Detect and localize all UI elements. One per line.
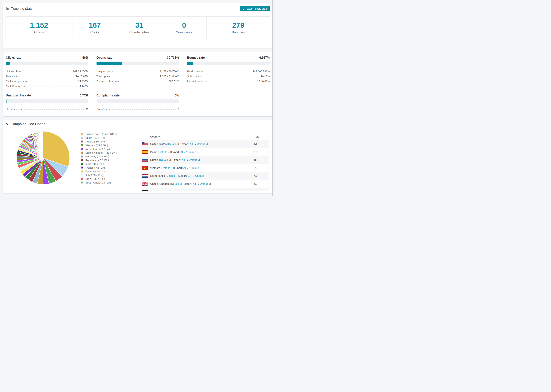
legend-swatch (81, 159, 83, 161)
rate-stat-label: Total clicks (6, 75, 19, 78)
legend-item-canada[interactable]: Canada ( 40 / 2% ) (81, 169, 117, 173)
pie-legend: United States ( 541 / 31% )Spain ( 121 /… (81, 132, 117, 184)
geo-title: Campaign Geo Opens (11, 122, 45, 126)
rate-stat-value: 18 / 0% (261, 75, 270, 78)
total-value: 121 (254, 151, 269, 154)
export-unique-link-russia[interactable]: Unique › (189, 158, 199, 161)
details-link-russia[interactable]: Details › (160, 158, 170, 161)
table-row-germany: Germany [Details ›] [Export: All › / Uni… (141, 188, 269, 191)
dotted-leader (28, 87, 78, 87)
page-title: Tracking stats (11, 7, 33, 11)
details-link-germany[interactable]: Details › (163, 190, 173, 191)
table-row-netherlands: Netherlands [Details ›] [Export: All › /… (141, 172, 269, 180)
legend-label: Germany ( 55 / 3% ) (85, 155, 109, 158)
export-unique-link-germany[interactable]: Unique › (192, 190, 202, 191)
table-row-united-states: United States [Details ›] [Export: All ›… (141, 140, 269, 148)
legend-item-netherlands[interactable]: Netherlands ( 67 / 4% ) (81, 147, 117, 151)
stat-box-complaints: 0Complaints (162, 17, 206, 39)
rate-title: Opens rate (97, 56, 113, 60)
legend-item-india[interactable]: India ( 46 / 3% ) (81, 162, 117, 166)
dotted-leader (114, 72, 159, 72)
legend-item-south-africa[interactable]: South Africa ( 29 / 2% ) (81, 181, 117, 184)
dotted-leader (23, 109, 84, 110)
rate-value: 0% (175, 94, 179, 97)
export-unique-link-united-kingdom[interactable]: Unique › (200, 182, 210, 185)
legend-item-italy[interactable]: Italy ( 36 / 2% ) (81, 173, 117, 177)
dotted-leader (205, 72, 252, 72)
rate-stat-label: Opens to clicks rate (97, 80, 120, 83)
export-all-link-united-kingdom[interactable]: All › (193, 182, 198, 185)
export-icon (243, 7, 245, 10)
column-header-country: Country (150, 135, 254, 138)
legend-item-spain[interactable]: Spain ( 121 / 7% ) (81, 136, 117, 140)
rate-value: 0.77% (80, 94, 88, 97)
progress-bar (97, 99, 179, 103)
rate-stat-label: Hard bounces (187, 70, 204, 73)
legend-item-romania[interactable]: Romania ( 49 / 3% ) (81, 158, 117, 162)
export-all-link-germany[interactable]: All › (185, 190, 190, 191)
country-name: Netherlands (150, 174, 165, 177)
pie-slice-other-59[interactable] (43, 131, 43, 158)
dotted-leader (23, 72, 72, 72)
rates-grid: Clicks rate4.46%Unique clicks167 / 4.456… (3, 51, 273, 111)
stat-label: Clicks (90, 30, 99, 34)
export-unique-link-netherlands[interactable]: Unique › (195, 174, 205, 177)
rate-title: Complaints rate (97, 94, 120, 97)
legend-swatch (81, 177, 83, 180)
export-unique-link-united-states[interactable]: Unique › (197, 142, 207, 145)
export-label: Export: (172, 158, 181, 161)
export-all-link-vietnam[interactable]: All › (183, 166, 188, 169)
legend-item-united-states[interactable]: United States ( 541 / 31% ) (81, 132, 117, 136)
rate-stat-value: 167 / 4.456% (73, 70, 88, 73)
flag-es-icon (142, 150, 148, 154)
legend-item-france[interactable]: France ( 42 / 2% ) (81, 166, 117, 169)
legend-item-brazil[interactable]: Brazil ( 33 / 2% ) (81, 177, 117, 181)
legend-item-germany[interactable]: Germany ( 55 / 3% ) (81, 155, 117, 158)
rate-stat-row-unsubscribes: Unsubscribes31 (6, 105, 88, 111)
progress-bar-fill (6, 99, 7, 103)
rate-stat-label: Unsubscribes (6, 108, 22, 111)
rate-block-clicks-rate: Clicks rate4.46%Unique clicks167 / 4.456… (6, 56, 88, 88)
dotted-leader (111, 109, 177, 110)
legend-item-vietnam[interactable]: Vietnam ( 79 / 5% ) (81, 143, 117, 147)
country-name: Germany (150, 190, 161, 191)
export-all-link-russia[interactable]: All › (182, 158, 186, 161)
geo-content: United States ( 541 / 31% )Spain ( 121 /… (3, 128, 273, 193)
dotted-leader (204, 77, 259, 77)
flag-nl-icon (142, 174, 148, 178)
details-link-netherlands[interactable]: Details › (167, 174, 177, 177)
export-unique-link-vietnam[interactable]: Unique › (191, 166, 201, 169)
country-name: United States (150, 142, 167, 145)
export-basic-stats-button[interactable]: Export basic stats (240, 6, 270, 11)
export-all-link-united-states[interactable]: All › (190, 142, 195, 145)
legend-label: France ( 42 / 2% ) (85, 166, 107, 169)
progress-bar-fill (187, 62, 193, 65)
rate-stat-row-clicks-to-opens-rate: Clicks to opens rate14.497% (6, 78, 88, 83)
legend-swatch (81, 140, 83, 143)
rates-card: Clicks rate4.46%Unique clicks167 / 4.456… (3, 51, 273, 116)
details-link-vietnam[interactable]: Details › (162, 166, 172, 169)
progress-bar (6, 99, 88, 103)
export-all-link-netherlands[interactable]: All › (188, 174, 193, 177)
legend-label: United States ( 541 / 31% ) (85, 133, 117, 135)
details-link-united-kingdom[interactable]: Details › (171, 182, 181, 185)
export-label: Export: (171, 151, 180, 154)
details-link-united-states[interactable]: Details › (168, 142, 178, 145)
export-label: Export: (184, 182, 192, 185)
stat-box-bounces: 279Bounces (206, 17, 270, 39)
legend-swatch (81, 155, 83, 158)
rate-stat-value: 19 / 6.81% (257, 80, 270, 83)
legend-item-united-kingdom[interactable]: United Kingdom ( 59 / 3% ) (81, 151, 117, 155)
legend-swatch (81, 144, 83, 147)
vertical-scrollbar[interactable] (272, 0, 273, 196)
export-all-link-spain[interactable]: All › (180, 151, 185, 154)
legend-label: Romania ( 49 / 3% ) (85, 159, 109, 162)
bar-chart-icon (6, 7, 9, 10)
export-unique-link-spain[interactable]: Unique › (187, 151, 198, 154)
stat-label: Complaints (176, 30, 192, 34)
legend-item-russia[interactable]: Russia ( 86 / 5% ) (81, 140, 117, 143)
progress-bar (187, 62, 270, 65)
rate-stat-value: 689.82% (169, 80, 179, 83)
details-link-spain[interactable]: Details › (159, 151, 169, 154)
progress-bar (6, 62, 88, 65)
